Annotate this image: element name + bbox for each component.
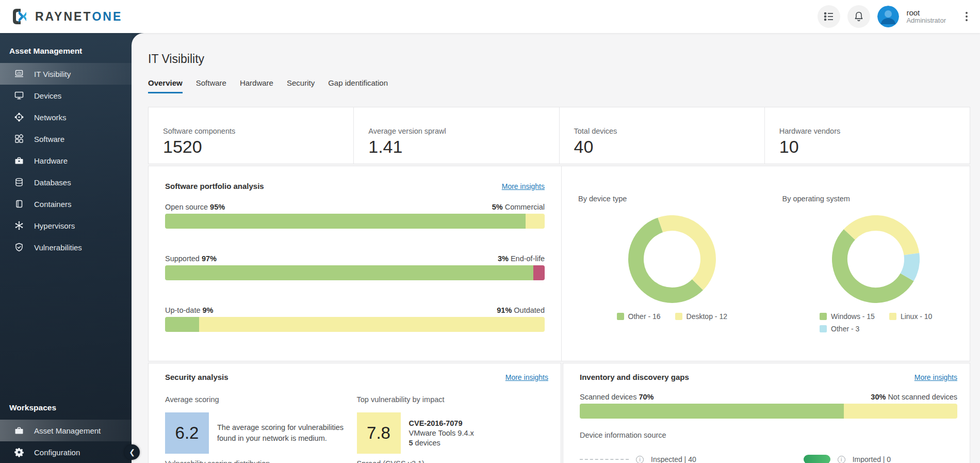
sidebar-item-label: Databases (34, 178, 71, 187)
operating-system-donut[interactable] (832, 215, 920, 303)
bell-icon (853, 11, 864, 22)
tab-software[interactable]: Software (196, 78, 226, 93)
brand-logo[interactable]: RAYNETONE (10, 7, 122, 26)
kpi-value: 40 (574, 137, 764, 157)
brand-wordmark: RAYNETONE (35, 10, 122, 24)
chevron-left-icon: ❮ (129, 448, 135, 456)
supported-stacked-bar[interactable] (165, 265, 545, 280)
more-insights-link[interactable]: More insights (914, 373, 957, 381)
up-to-date-bar-row: Up-to-date 9% 91% Outdated (165, 306, 545, 332)
chart-title: By device type (578, 195, 766, 203)
sidebar-item-label: Devices (34, 91, 61, 100)
legend-label: Linux - 10 (901, 312, 932, 321)
workspace-item-label: Configuration (34, 448, 80, 457)
raynet-logo-icon (10, 7, 29, 26)
sidebar-item-label: Hypervisors (34, 221, 75, 230)
it-visibility-icon (13, 68, 25, 79)
user-menu[interactable]: root Administrator (906, 8, 946, 25)
sidebar-item-networks[interactable]: Networks (0, 106, 132, 128)
top-vulnerability-value-box: 7.8 (357, 412, 401, 454)
sidebar-item-databases[interactable]: Databases (0, 171, 132, 193)
open-source-bar-row: Open source 95% 5% Commercial (165, 203, 545, 229)
security-analysis-card: Security analysis More insights Average … (148, 363, 561, 463)
more-insights-link[interactable]: More insights (502, 182, 545, 190)
sidebar-item-label: Containers (34, 200, 72, 209)
top-vulnerability-label: Top vulnerability by impact (357, 395, 549, 404)
sidebar-section-workspaces: Workspaces (0, 390, 132, 420)
legend-item[interactable]: Desktop - 12 (675, 312, 727, 321)
supported-bar-row: Supported 97% 3% End-of-life (165, 254, 545, 280)
bar-right-label: Commercial (505, 203, 545, 211)
section-title: Security analysis (165, 373, 228, 381)
sidebar-item-it-visibility[interactable]: IT Visibility (0, 63, 132, 85)
sidebar-item-label: Vulnerabilities (34, 243, 82, 252)
sidebar-item-label: Software (34, 135, 64, 143)
sidebar-item-vulnerabilities[interactable]: Vulnerabilities (0, 236, 132, 258)
legend-swatch (617, 313, 624, 320)
operating-system-legend: Windows - 15 Linux - 10 Other - 3 (782, 312, 970, 333)
workspace-item-asset-management[interactable]: Asset Management (0, 420, 132, 441)
sidebar-item-hardware[interactable]: Hardware (0, 150, 132, 171)
info-icon[interactable]: i (636, 456, 644, 463)
more-insights-link[interactable]: More insights (505, 373, 548, 381)
open-source-stacked-bar[interactable] (165, 214, 545, 229)
toolbox-icon (13, 155, 25, 166)
empty-bar-swatch (580, 459, 629, 460)
notifications-button[interactable] (847, 5, 870, 28)
kpi-label: Average version sprawl (368, 127, 559, 135)
bar-right-label: End-of-life (511, 254, 545, 263)
kpi-value: 1.41 (368, 137, 559, 157)
container-icon (13, 198, 25, 210)
bar-left-pct: 9% (203, 306, 214, 314)
kpi-row: Software components 1520 Average version… (148, 107, 970, 164)
device-type-legend: Other - 16 Desktop - 12 (578, 312, 766, 321)
cve-id: CVE-2016-7079 (409, 419, 474, 427)
sidebar-collapse-button[interactable]: ❮ (124, 444, 140, 460)
legend-label[interactable]: Inspected | 40 (651, 455, 696, 463)
avatar[interactable] (877, 6, 899, 27)
legend-swatch (675, 313, 682, 320)
legend-label[interactable]: Imported | 0 (853, 455, 891, 463)
legend-swatch (889, 313, 896, 320)
bar-left-label: Open source (165, 203, 208, 211)
monitor-icon (13, 90, 25, 101)
average-scoring-value-box: 6.2 (165, 412, 209, 454)
bar-left-pct: 95% (210, 203, 225, 211)
legend-item[interactable]: Other - 3 (820, 325, 875, 333)
legend-item[interactable]: Other - 16 (617, 312, 661, 321)
inventory-gaps-card: Inventory and discovery gaps More insigh… (563, 363, 970, 463)
cve-devices: 5 devices (409, 439, 474, 447)
workspace-item-label: Asset Management (34, 426, 101, 435)
software-grid-icon (13, 133, 25, 145)
kpi-label: Total devices (574, 127, 764, 135)
legend-label: Windows - 15 (831, 312, 875, 321)
tab-security[interactable]: Security (287, 78, 315, 93)
bar-left-label: Up-to-date (165, 306, 201, 314)
kpi-software-components: Software components 1520 (149, 107, 354, 164)
section-title: Software portfolio analysis (165, 182, 264, 190)
sidebar-item-label: IT Visibility (34, 70, 71, 78)
info-icon[interactable]: i (838, 456, 845, 463)
scanned-devices-stacked-bar[interactable] (580, 404, 957, 419)
header-overflow-menu[interactable] (962, 9, 971, 24)
up-to-date-stacked-bar[interactable] (165, 317, 545, 332)
device-source-legend: i Inspected | 40 i Imported | 0 (580, 455, 957, 463)
legend-item[interactable]: Linux - 10 (889, 312, 932, 321)
tab-overview[interactable]: Overview (148, 78, 183, 93)
task-list-button[interactable] (818, 5, 840, 28)
tab-gap-identification[interactable]: Gap identification (328, 78, 388, 93)
sidebar-item-devices[interactable]: Devices (0, 85, 132, 106)
sidebar-item-hypervisors[interactable]: Hypervisors (0, 215, 132, 236)
device-type-donut[interactable] (628, 215, 716, 303)
sidebar-item-label: Hardware (34, 156, 68, 165)
shield-check-icon (13, 242, 25, 253)
user-name: root (906, 8, 946, 17)
sidebar-item-software[interactable]: Software (0, 128, 132, 150)
workspace-item-configuration[interactable]: Configuration (0, 441, 132, 463)
user-avatar-icon (877, 6, 899, 27)
tab-hardware[interactable]: Hardware (240, 78, 273, 93)
cve-product: VMware Tools 9.4.x (409, 429, 474, 437)
bar-left-label: Supported (165, 254, 200, 263)
legend-item[interactable]: Windows - 15 (820, 312, 875, 321)
sidebar-item-containers[interactable]: Containers (0, 193, 132, 215)
